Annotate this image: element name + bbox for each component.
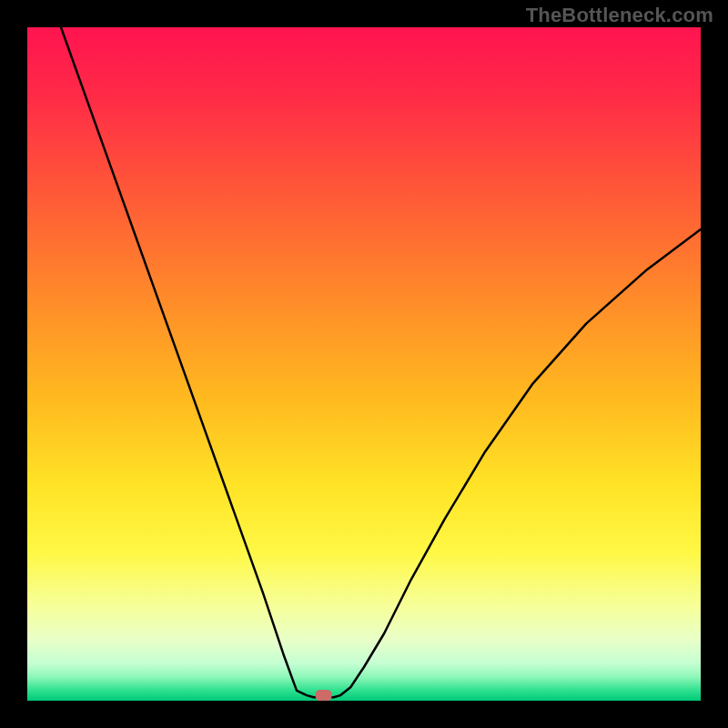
gradient-background bbox=[27, 27, 701, 701]
watermark-text: TheBottleneck.com bbox=[526, 4, 713, 27]
bottleneck-chart bbox=[27, 27, 701, 701]
chart-frame: TheBottleneck.com bbox=[0, 0, 728, 728]
optimal-point-marker bbox=[316, 690, 332, 701]
plot-area bbox=[27, 27, 701, 701]
